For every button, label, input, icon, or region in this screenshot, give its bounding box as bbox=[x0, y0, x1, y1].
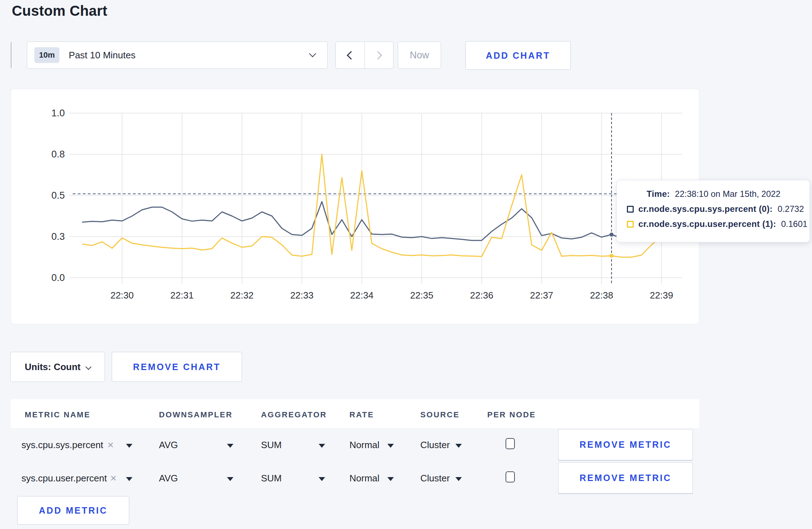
svg-text:0.5: 0.5 bbox=[51, 190, 65, 201]
downsampler-select[interactable]: AVG bbox=[159, 440, 178, 451]
aggregator-select[interactable]: SUM bbox=[261, 473, 282, 484]
metric-name-caret-icon[interactable] bbox=[126, 444, 132, 448]
remove-metric-x-icon[interactable]: × bbox=[110, 472, 117, 484]
per-node-checkbox[interactable] bbox=[506, 438, 515, 449]
next-time-button[interactable] bbox=[365, 42, 393, 68]
remove-metric-x-icon[interactable]: × bbox=[107, 439, 114, 451]
tooltip-series-label: cr.node.sys.cpu.user.percent (1): bbox=[638, 219, 776, 229]
svg-text:22:33: 22:33 bbox=[290, 290, 314, 301]
svg-text:22:35: 22:35 bbox=[410, 290, 433, 301]
chart-tooltip: Time: 22:38:10 on Mar 15th, 2022 cr.node… bbox=[617, 180, 810, 242]
col-header-source: SOURCE bbox=[420, 410, 460, 419]
col-header-rate: RATE bbox=[349, 410, 374, 419]
rate-select[interactable]: Normal bbox=[349, 473, 380, 484]
remove-metric-button[interactable]: REMOVE METRIC bbox=[558, 429, 693, 460]
col-header-metric-name: METRIC NAME bbox=[25, 410, 91, 419]
time-range-label: Past 10 Minutes bbox=[69, 50, 135, 61]
remove-chart-button[interactable]: REMOVE CHART bbox=[112, 352, 242, 382]
source-select[interactable]: Cluster bbox=[420, 473, 450, 484]
metric-name-value[interactable]: sys.cpu.sys.percent bbox=[21, 440, 103, 451]
aggregator-caret-icon[interactable] bbox=[319, 477, 325, 481]
svg-text:22:30: 22:30 bbox=[110, 290, 134, 301]
timeseries-chart[interactable]: 0.00.30.50.81.022:3022:3122:3222:3322:34… bbox=[11, 89, 700, 325]
aggregator-select[interactable]: SUM bbox=[261, 440, 282, 451]
aggregator-caret-icon[interactable] bbox=[319, 444, 325, 448]
svg-text:22:39: 22:39 bbox=[650, 290, 673, 301]
series-user-swatch-icon bbox=[627, 221, 634, 228]
tooltip-series-label: cr.node.sys.cpu.sys.percent (0): bbox=[638, 204, 773, 214]
time-range-badge: 10m bbox=[34, 47, 59, 63]
col-header-downsampler: DOWNSAMPLER bbox=[159, 410, 233, 419]
downsampler-caret-icon[interactable] bbox=[227, 477, 233, 481]
svg-text:22:31: 22:31 bbox=[170, 290, 194, 301]
remove-metric-button[interactable]: REMOVE METRIC bbox=[558, 462, 693, 494]
series-sys-swatch-icon bbox=[627, 206, 634, 213]
svg-text:0.8: 0.8 bbox=[51, 149, 65, 160]
source-caret-icon[interactable] bbox=[455, 444, 462, 448]
chevron-right-icon bbox=[373, 51, 382, 59]
time-range-dropdown[interactable]: 10m Past 10 Minutes bbox=[27, 42, 328, 69]
col-header-per-node: PER NODE bbox=[487, 410, 536, 419]
chevron-down-icon bbox=[85, 364, 91, 370]
svg-text:22:38: 22:38 bbox=[590, 290, 613, 301]
source-select[interactable]: Cluster bbox=[420, 440, 450, 451]
toolbar-divider bbox=[11, 42, 11, 68]
now-button[interactable]: Now bbox=[398, 42, 441, 69]
per-node-checkbox[interactable] bbox=[506, 471, 515, 482]
time-nav-group bbox=[335, 42, 393, 69]
tooltip-time-label: Time: bbox=[647, 189, 670, 199]
page-title: Custom Chart bbox=[12, 3, 107, 19]
add-chart-button[interactable]: ADD CHART bbox=[465, 41, 571, 70]
svg-text:0.0: 0.0 bbox=[51, 272, 65, 283]
tooltip-time-value: 22:38:10 on Mar 15th, 2022 bbox=[675, 189, 780, 199]
tooltip-series-value: 0.2732 bbox=[778, 204, 804, 214]
rate-caret-icon[interactable] bbox=[387, 477, 394, 481]
metric-name-value[interactable]: sys.cpu.user.percent bbox=[21, 473, 107, 484]
rate-caret-icon[interactable] bbox=[387, 444, 394, 448]
svg-text:22:34: 22:34 bbox=[350, 290, 373, 301]
rate-select[interactable]: Normal bbox=[349, 440, 380, 451]
svg-text:22:32: 22:32 bbox=[230, 290, 253, 301]
downsampler-select[interactable]: AVG bbox=[159, 473, 178, 484]
tooltip-series-value: 0.1601 bbox=[781, 219, 807, 229]
chevron-down-icon bbox=[309, 50, 316, 57]
add-metric-button[interactable]: ADD METRIC bbox=[17, 496, 129, 525]
svg-text:0.3: 0.3 bbox=[51, 231, 65, 242]
svg-text:22:37: 22:37 bbox=[530, 290, 553, 301]
prev-time-button[interactable] bbox=[336, 42, 365, 68]
downsampler-caret-icon[interactable] bbox=[227, 444, 233, 448]
units-dropdown[interactable]: Units: Count bbox=[10, 352, 105, 382]
svg-text:22:36: 22:36 bbox=[470, 290, 493, 301]
chevron-left-icon bbox=[347, 51, 356, 59]
svg-text:1.0: 1.0 bbox=[51, 108, 65, 118]
chart-card[interactable]: 0.00.30.50.81.022:3022:3122:3222:3322:34… bbox=[11, 89, 699, 324]
source-caret-icon[interactable] bbox=[455, 477, 462, 481]
metric-name-caret-icon[interactable] bbox=[126, 477, 132, 481]
col-header-aggregator: AGGREGATOR bbox=[261, 410, 327, 419]
units-label: Units: Count bbox=[25, 361, 81, 373]
